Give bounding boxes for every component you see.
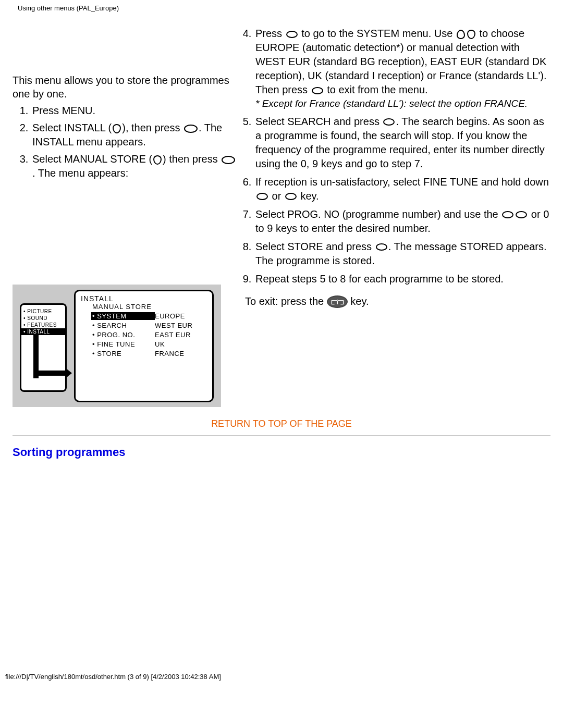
step-text: to go to the SYSTEM menu. Use [299,28,456,39]
step-1: Press MENU. [31,104,237,118]
step-9: Repeat steps 5 to 8 for each programme t… [254,272,550,286]
step-7: Select PROG. NO (programme number) and u… [254,207,550,236]
tv-button-icon: ⫍i⫎ [327,295,348,308]
tv-sidebar-item: PICTURE [21,308,65,315]
down-icon [153,155,162,165]
left-oval-icon [256,193,268,200]
down-icon [467,30,475,39]
right-oval-icon [516,211,527,218]
step-text: ) then press [163,153,221,165]
right-oval-icon [285,193,297,200]
divider [13,436,550,436]
step-5: Select SEARCH and press . The search beg… [254,115,550,171]
return-to-top-link[interactable]: RETURN TO TOP OF THE PAGE [13,417,550,429]
step-text: Press [255,28,285,39]
tv-row-value: EUROPE [155,312,207,320]
tv-sidebar-item: SOUND [21,315,65,322]
left-column: This menu allows you to store the progra… [13,27,237,407]
step-text: to exit from the menu. [324,84,428,95]
tv-panel: INSTALL MANUAL STORE SYSTEM EUROPE SEARC… [74,290,214,402]
tv-row-label: SYSTEM [91,312,155,320]
down-icon [113,124,121,133]
tv-row-value: UK [155,340,207,348]
step-text: Select INSTALL ( [32,122,112,133]
footer-path: file:///D|/TV/english/180mt/osd/other.ht… [0,673,563,685]
exit-pre: To exit: press the [245,295,327,307]
steps-left-list: Press MENU. Select INSTALL (), then pres… [31,104,237,180]
step-text: Repeat steps 5 to 8 for each programme t… [255,273,504,285]
right-oval-icon [222,156,235,164]
step-text: Select PROG. NO (programme number) and u… [255,208,501,220]
exit-line: To exit: press the ⫍i⫎ key. [245,295,550,309]
right-oval-icon [286,31,298,38]
step-text: . The menu appears: [32,167,128,179]
tv-sidebar-item: FEATURES [21,322,65,328]
step-text: Select STORE and press [255,241,375,252]
connector-line [33,334,39,378]
step-6: If reception is un-satisfactory, select … [254,175,550,203]
tv-row-value: WEST EUR [155,322,207,329]
step-text: If reception is un-satisfactory, select … [255,176,549,188]
exit-post: key. [350,295,369,307]
intro-text: This menu allows you to store the progra… [13,73,237,101]
right-column: Press to go to the SYSTEM menu. Use to c… [245,27,550,407]
step-text: ), then press [122,122,183,133]
right-oval-icon [184,125,198,133]
return-link-text[interactable]: RETURN TO TOP OF THE PAGE [211,418,352,429]
step-8: Select STORE and press . The message STO… [254,240,550,268]
step-2: Select INSTALL (), then press . The INST… [31,121,237,149]
tv-row-active: SYSTEM EUROPE [92,312,207,320]
tv-row-label: SEARCH [92,322,155,329]
step-text: Select SEARCH and press [255,116,382,127]
tv-panel-subtitle: MANUAL STORE [92,303,207,311]
tv-row: SEARCH WEST EUR [92,322,207,329]
tv-row-label: PROG. NO. [92,331,155,339]
steps-right-list: Press to go to the SYSTEM menu. Use to c… [254,27,550,286]
sorting-title: Sorting programmes [13,446,550,459]
right-oval-icon [376,243,387,251]
left-oval-icon [502,211,513,218]
tv-row: PROG. NO. EAST EUR [92,331,207,339]
tv-row-label: STORE [92,350,155,357]
connector-arrow-icon [67,369,72,377]
tv-row: FINE TUNE UK [92,340,207,348]
tv-sidebar: PICTURE SOUND FEATURES INSTALL [20,303,67,392]
tv-osd-figure: PICTURE SOUND FEATURES INSTALL INSTALL M… [13,285,221,407]
tv-row-value: FRANCE [155,350,207,357]
step-text: or [269,190,284,202]
tv-row-value: EAST EUR [155,331,207,339]
left-oval-icon [312,87,323,94]
header-path: Using other menus (PAL_Europe) [13,0,550,27]
step-4: Press to go to the SYSTEM menu. Use to c… [254,27,550,110]
step-text: Select MANUAL STORE ( [32,153,152,165]
connector-line [39,371,67,376]
step-text: Press MENU. [32,105,95,116]
up-icon [457,30,465,39]
right-oval-icon [383,118,395,126]
step-3: Select MANUAL STORE () then press . The … [31,152,237,180]
tv-sidebar-item-active: INSTALL [21,328,65,335]
tv-row: STORE FRANCE [92,350,207,357]
step-note: * Except for France (standard LL'): sele… [255,97,550,110]
tv-panel-title: INSTALL [81,294,207,303]
step-text: key. [298,190,319,202]
tv-row-label: FINE TUNE [92,340,155,348]
